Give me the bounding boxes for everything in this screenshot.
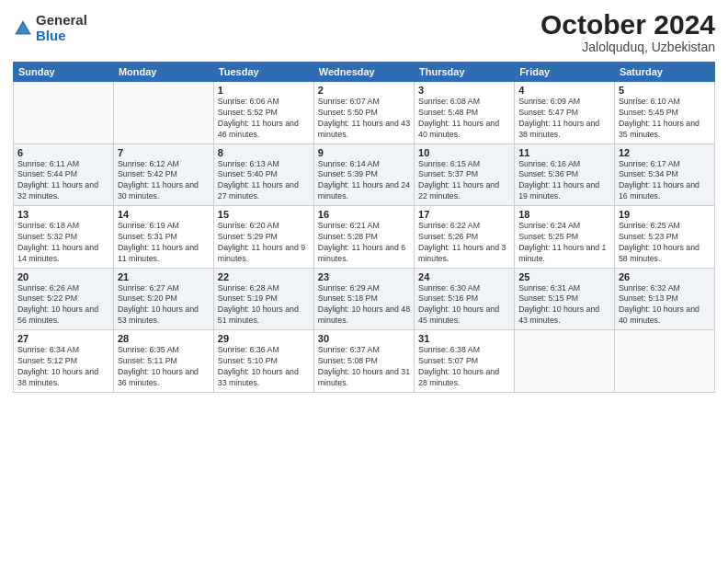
calendar-cell: 25Sunrise: 6:31 AMSunset: 5:15 PMDayligh… [515, 268, 615, 330]
day-number: 22 [218, 271, 310, 282]
cell-details: Sunrise: 6:29 AMSunset: 5:18 PMDaylight:… [318, 283, 410, 327]
day-number: 5 [619, 85, 711, 96]
day-number: 25 [518, 271, 610, 282]
day-number: 4 [518, 85, 610, 96]
cell-details: Sunrise: 6:37 AMSunset: 5:08 PMDaylight:… [318, 345, 410, 389]
calendar-week-row: 27Sunrise: 6:34 AMSunset: 5:12 PMDayligh… [14, 330, 715, 393]
cell-details: Sunrise: 6:08 AMSunset: 5:48 PMDaylight:… [418, 97, 510, 141]
calendar-cell: 7Sunrise: 6:12 AMSunset: 5:42 PMDaylight… [113, 144, 213, 206]
calendar-cell: 21Sunrise: 6:27 AMSunset: 5:20 PMDayligh… [113, 268, 213, 330]
day-number: 1 [218, 85, 310, 96]
calendar-cell: 11Sunrise: 6:16 AMSunset: 5:36 PMDayligh… [515, 144, 615, 206]
day-number: 3 [418, 85, 510, 96]
day-number: 15 [218, 209, 310, 220]
day-number: 20 [17, 271, 109, 282]
cell-details: Sunrise: 6:36 AMSunset: 5:10 PMDaylight:… [218, 345, 310, 389]
cell-details: Sunrise: 6:10 AMSunset: 5:45 PMDaylight:… [619, 97, 711, 141]
day-number: 17 [418, 209, 510, 220]
weekday-header-sunday: Sunday [14, 63, 114, 82]
title-block: October 2024 Jalolquduq, Uzbekistan [540, 9, 715, 54]
calendar-cell: 5Sunrise: 6:10 AMSunset: 5:45 PMDaylight… [614, 82, 714, 144]
calendar-week-row: 13Sunrise: 6:18 AMSunset: 5:32 PMDayligh… [14, 206, 715, 269]
cell-details: Sunrise: 6:18 AMSunset: 5:32 PMDaylight:… [17, 221, 109, 265]
day-number: 24 [418, 271, 510, 282]
calendar-cell: 6Sunrise: 6:11 AMSunset: 5:44 PMDaylight… [14, 144, 114, 206]
cell-details: Sunrise: 6:06 AMSunset: 5:52 PMDaylight:… [218, 97, 310, 141]
weekday-header-friday: Friday [515, 63, 615, 82]
calendar-cell: 12Sunrise: 6:17 AMSunset: 5:34 PMDayligh… [614, 144, 714, 206]
calendar-cell: 8Sunrise: 6:13 AMSunset: 5:40 PMDaylight… [213, 144, 313, 206]
calendar-cell: 23Sunrise: 6:29 AMSunset: 5:18 PMDayligh… [313, 268, 414, 330]
weekday-header-wednesday: Wednesday [313, 63, 414, 82]
calendar-cell [113, 82, 213, 144]
weekday-header-thursday: Thursday [415, 63, 515, 82]
day-number: 13 [17, 209, 109, 220]
cell-details: Sunrise: 6:38 AMSunset: 5:07 PMDaylight:… [418, 345, 510, 389]
day-number: 29 [218, 333, 310, 344]
day-number: 30 [318, 333, 410, 344]
location: Jalolquduq, Uzbekistan [540, 40, 715, 54]
calendar-cell: 15Sunrise: 6:20 AMSunset: 5:29 PMDayligh… [213, 206, 313, 269]
calendar-week-row: 1Sunrise: 6:06 AMSunset: 5:52 PMDaylight… [14, 82, 715, 144]
calendar-cell: 20Sunrise: 6:26 AMSunset: 5:22 PMDayligh… [14, 268, 114, 330]
calendar-cell: 18Sunrise: 6:24 AMSunset: 5:25 PMDayligh… [515, 206, 615, 269]
calendar-cell: 27Sunrise: 6:34 AMSunset: 5:12 PMDayligh… [14, 330, 114, 393]
day-number: 7 [118, 147, 210, 158]
day-number: 6 [17, 147, 109, 158]
calendar-cell: 22Sunrise: 6:28 AMSunset: 5:19 PMDayligh… [213, 268, 313, 330]
calendar-header-row: SundayMondayTuesdayWednesdayThursdayFrid… [14, 63, 715, 82]
cell-details: Sunrise: 6:25 AMSunset: 5:23 PMDaylight:… [619, 221, 711, 265]
calendar-week-row: 6Sunrise: 6:11 AMSunset: 5:44 PMDaylight… [14, 144, 715, 206]
calendar-cell: 2Sunrise: 6:07 AMSunset: 5:50 PMDaylight… [313, 82, 414, 144]
cell-details: Sunrise: 6:26 AMSunset: 5:22 PMDaylight:… [17, 283, 109, 327]
cell-details: Sunrise: 6:11 AMSunset: 5:44 PMDaylight:… [17, 159, 109, 203]
calendar-cell: 31Sunrise: 6:38 AMSunset: 5:07 PMDayligh… [415, 330, 515, 393]
cell-details: Sunrise: 6:15 AMSunset: 5:37 PMDaylight:… [418, 159, 510, 203]
day-number: 31 [418, 333, 510, 344]
weekday-header-monday: Monday [113, 63, 213, 82]
day-number: 8 [218, 147, 310, 158]
calendar-cell: 9Sunrise: 6:14 AMSunset: 5:39 PMDaylight… [313, 144, 414, 206]
day-number: 16 [318, 209, 410, 220]
cell-details: Sunrise: 6:35 AMSunset: 5:11 PMDaylight:… [118, 345, 210, 389]
calendar-cell: 26Sunrise: 6:32 AMSunset: 5:13 PMDayligh… [614, 268, 714, 330]
cell-details: Sunrise: 6:17 AMSunset: 5:34 PMDaylight:… [619, 159, 711, 203]
cell-details: Sunrise: 6:28 AMSunset: 5:19 PMDaylight:… [218, 283, 310, 327]
calendar-cell: 3Sunrise: 6:08 AMSunset: 5:48 PMDaylight… [415, 82, 515, 144]
cell-details: Sunrise: 6:07 AMSunset: 5:50 PMDaylight:… [318, 97, 410, 141]
calendar-cell: 29Sunrise: 6:36 AMSunset: 5:10 PMDayligh… [213, 330, 313, 393]
cell-details: Sunrise: 6:34 AMSunset: 5:12 PMDaylight:… [17, 345, 109, 389]
cell-details: Sunrise: 6:19 AMSunset: 5:31 PMDaylight:… [118, 221, 210, 265]
cell-details: Sunrise: 6:14 AMSunset: 5:39 PMDaylight:… [318, 159, 410, 203]
day-number: 28 [118, 333, 210, 344]
calendar-cell: 1Sunrise: 6:06 AMSunset: 5:52 PMDaylight… [213, 82, 313, 144]
day-number: 12 [619, 147, 711, 158]
calendar-cell: 13Sunrise: 6:18 AMSunset: 5:32 PMDayligh… [14, 206, 114, 269]
cell-details: Sunrise: 6:31 AMSunset: 5:15 PMDaylight:… [518, 283, 610, 327]
calendar-cell: 30Sunrise: 6:37 AMSunset: 5:08 PMDayligh… [313, 330, 414, 393]
day-number: 21 [118, 271, 210, 282]
day-number: 10 [418, 147, 510, 158]
day-number: 27 [17, 333, 109, 344]
header: General Blue October 2024 Jalolquduq, Uz… [13, 9, 715, 54]
day-number: 26 [619, 271, 711, 282]
calendar-week-row: 20Sunrise: 6:26 AMSunset: 5:22 PMDayligh… [14, 268, 715, 330]
cell-details: Sunrise: 6:24 AMSunset: 5:25 PMDaylight:… [518, 221, 610, 265]
day-number: 19 [619, 209, 711, 220]
logo: General Blue [13, 13, 87, 43]
calendar-cell: 10Sunrise: 6:15 AMSunset: 5:37 PMDayligh… [415, 144, 515, 206]
weekday-header-saturday: Saturday [614, 63, 714, 82]
cell-details: Sunrise: 6:30 AMSunset: 5:16 PMDaylight:… [418, 283, 510, 327]
calendar-cell: 14Sunrise: 6:19 AMSunset: 5:31 PMDayligh… [113, 206, 213, 269]
cell-details: Sunrise: 6:09 AMSunset: 5:47 PMDaylight:… [518, 97, 610, 141]
cell-details: Sunrise: 6:12 AMSunset: 5:42 PMDaylight:… [118, 159, 210, 203]
calendar-cell: 24Sunrise: 6:30 AMSunset: 5:16 PMDayligh… [415, 268, 515, 330]
calendar-table: SundayMondayTuesdayWednesdayThursdayFrid… [13, 62, 715, 393]
logo-general: General [36, 13, 87, 29]
day-number: 11 [518, 147, 610, 158]
cell-details: Sunrise: 6:21 AMSunset: 5:28 PMDaylight:… [318, 221, 410, 265]
weekday-header-tuesday: Tuesday [213, 63, 313, 82]
cell-details: Sunrise: 6:16 AMSunset: 5:36 PMDaylight:… [518, 159, 610, 203]
calendar-cell: 16Sunrise: 6:21 AMSunset: 5:28 PMDayligh… [313, 206, 414, 269]
logo-icon [13, 18, 33, 39]
